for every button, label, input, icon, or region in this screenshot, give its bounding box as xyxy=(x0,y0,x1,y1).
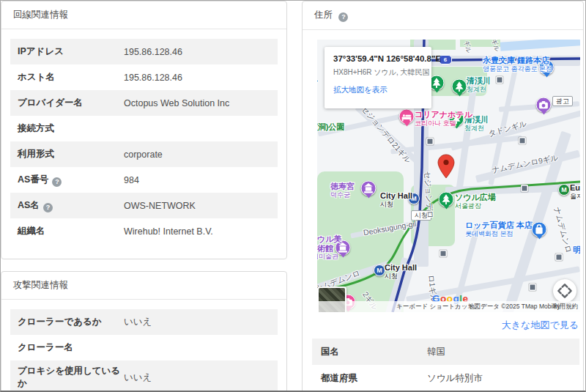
map-label: (貞洞)公園 xyxy=(317,122,344,132)
location-pin[interactable] xyxy=(437,154,455,179)
row-value: 195.86.128.46 xyxy=(124,47,182,57)
metro-icon[interactable]: M xyxy=(558,184,570,196)
park-icon[interactable] xyxy=(452,79,467,95)
metro-letter: M xyxy=(559,185,569,195)
plus-code-address: HX8H+H6R ソウル, 大韓民国 xyxy=(333,67,423,78)
help-icon[interactable]: ? xyxy=(43,203,53,212)
row-label: 都道府県 xyxy=(321,372,427,385)
view-larger-map-link[interactable]: 拡大地図を表示 xyxy=(333,85,387,95)
hotel-icon[interactable] xyxy=(399,109,415,125)
row-value: 195.86.128.46 xyxy=(124,73,182,83)
row-label: クローラーであるか xyxy=(18,316,124,328)
map-label: ソウル広場서울광장 xyxy=(455,193,496,210)
metro-letter: M xyxy=(374,265,385,275)
expand-map-control[interactable] xyxy=(553,279,576,303)
map-label-subtext: 청계천 xyxy=(467,86,491,93)
address-panel: 住所 ? xyxy=(302,1,584,392)
table-row: AS名?OWS-NETWORK xyxy=(10,193,278,218)
help-icon[interactable]: ? xyxy=(338,12,348,22)
table-row: 国名韓国 xyxy=(312,339,579,365)
page-frame: 回線関連情報IPアドレス195.86.128.46ホスト名195.86.128.… xyxy=(0,0,586,392)
map-label-text: City Hall xyxy=(380,191,412,201)
row-label: プロキシを使用しているか xyxy=(18,365,124,390)
left-column: 回線関連情報IPアドレス195.86.128.46ホスト名195.86.128.… xyxy=(1,1,287,392)
map-label: 明洞 xyxy=(573,245,580,255)
map-data-attribution: 地図データ ©2025 TMap Mobility xyxy=(468,303,560,311)
map-label-subtext: 영풍문고 종각종로 본점 xyxy=(483,65,552,73)
open-larger-map-link[interactable]: 大きな地図で見る xyxy=(502,319,579,330)
map-label: Eul을지 xyxy=(570,183,580,200)
exit-icon xyxy=(519,137,526,144)
map-label-text: 永豊文庫 鍾路本店 xyxy=(483,56,552,65)
exit-icon xyxy=(496,76,503,84)
map-label: 清渓川청계천 xyxy=(467,76,491,93)
larger-map-row: 大きな地図で見る xyxy=(312,318,579,332)
row-label: ホスト名 xyxy=(18,71,124,84)
row-label: クローラー名 xyxy=(18,341,124,354)
map-label: コリアナホテル코리아나 호텔 xyxy=(415,110,472,127)
table-row: 接続方式 xyxy=(10,116,278,141)
map-label-subtext: 롯데백화점 본점 xyxy=(465,230,533,237)
row-value: いいえ xyxy=(124,316,152,328)
map-label-text: コリアナホテル xyxy=(415,110,472,119)
address-panel-title: 住所 xyxy=(314,10,333,20)
map-label-subtext: 서울광장 xyxy=(455,202,496,210)
row-label: プロバイダー名 xyxy=(18,97,124,109)
palace-icon[interactable] xyxy=(361,181,377,196)
row-value: いいえ xyxy=(124,371,152,384)
map-label-text: 明洞 xyxy=(573,245,580,255)
map-label: 永豊文庫 鍾路本店영풍문고 종각종로 본점 xyxy=(483,56,552,73)
table-row: AS番号?984 xyxy=(10,167,278,193)
row-label: 接続方式 xyxy=(18,122,124,135)
exit-icon xyxy=(440,250,447,257)
panel-title: 回線関連情報 xyxy=(1,1,286,29)
row-label: 組織名 xyxy=(18,225,124,237)
map-info-card: 37°33'59.4"N 126°58'40.8"E HX8H+H6R ソウル,… xyxy=(324,47,431,108)
map-label-subtext: 립미술관 xyxy=(317,253,344,260)
google-map-embed[interactable]: 6 MMM清渓川청계천清渓川청계천コリアナホテル코리아나 호텔徳寿宮덕수궁ソウル… xyxy=(317,40,580,312)
table-row: クローラーであるかいいえ xyxy=(10,309,278,335)
panel-body: IPアドレス195.86.128.46ホスト名195.86.128.46プロバイ… xyxy=(1,29,286,259)
metro-icon[interactable]: M xyxy=(374,265,385,276)
address-rows: 国名韓国都道府県ソウル特別市 xyxy=(312,339,579,392)
exit-icon xyxy=(521,185,528,192)
cam-icon[interactable] xyxy=(536,97,552,113)
table-row: プロバイダー名Octopus Web Solution Inc xyxy=(10,90,278,116)
table-row: IPアドレス195.86.128.46 xyxy=(10,39,278,64)
info-panel-0: 回線関連情報IPアドレス195.86.128.46ホスト名195.86.128.… xyxy=(1,1,287,259)
map-label-text: 광고 xyxy=(556,97,569,105)
exit-icon xyxy=(555,254,563,261)
help-icon[interactable]: ? xyxy=(52,177,62,187)
map-label: ロッテ百貨店 本店롯데백화점 본점 xyxy=(465,221,533,237)
address-panel-header: 住所 ? xyxy=(303,1,583,30)
map-label: 徳寿宮덕수궁 xyxy=(330,182,355,199)
row-value: Octopus Web Solution Inc xyxy=(124,98,229,108)
park-icon[interactable] xyxy=(439,192,454,207)
store-icon[interactable] xyxy=(532,222,547,237)
map-label-text: ソウル広場 xyxy=(455,193,496,202)
map-attribution-bar: キーボード ショートカット 地図データ ©2025 TMap Mobility … xyxy=(317,301,580,312)
row-value: 韓国 xyxy=(427,346,445,358)
map-label-text: ソウル美術館 xyxy=(317,234,344,253)
table-row: 利用形式corporate xyxy=(10,141,278,167)
map-label-subtext: 시청 xyxy=(385,273,417,280)
row-value: corporate xyxy=(124,149,163,160)
map-label-text: ロッテ百貨店 本店 xyxy=(465,221,533,230)
terms-of-use-link[interactable]: 利用規約 xyxy=(553,303,578,311)
map-label: City Hall시청 xyxy=(380,191,412,208)
row-label: IPアドレス xyxy=(18,45,124,58)
map-label-subtext: 시청 xyxy=(380,201,412,208)
row-value: ソウル特別市 xyxy=(427,372,483,385)
map-label-text: 徳寿宮 xyxy=(330,182,355,191)
map-label: City Hall시청 xyxy=(385,263,417,280)
keyboard-shortcuts-button[interactable]: キーボード ショートカット xyxy=(396,303,474,311)
map-label-text: City Hall xyxy=(385,263,417,273)
map-label-text: Eul xyxy=(570,183,580,193)
exit-icon xyxy=(426,138,434,145)
table-row: プロキシを使用しているかいいえ xyxy=(10,360,278,392)
map-label-subtext: 덕수궁 xyxy=(330,191,355,199)
table-row: クローラー名 xyxy=(10,335,278,360)
exit-icon xyxy=(529,284,536,291)
expand-arrows-icon xyxy=(553,279,576,303)
table-row: 組織名Wirehub! Internet B.V. xyxy=(10,218,278,244)
